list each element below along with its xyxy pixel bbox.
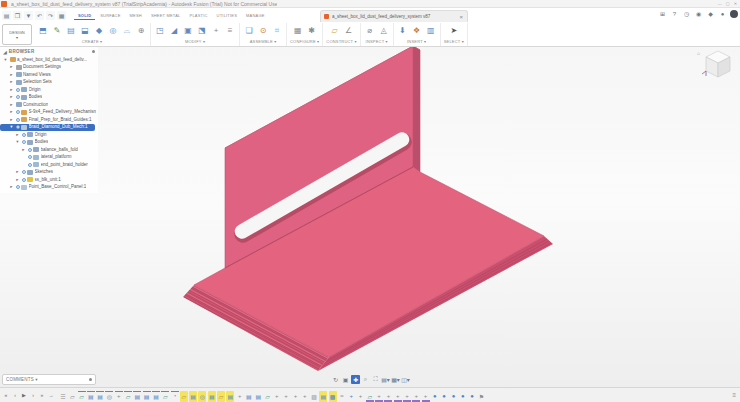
browser-tree-item[interactable]: ▸Named Views bbox=[0, 71, 98, 79]
expand-arrow-icon[interactable]: ▸ bbox=[9, 117, 14, 123]
tool-icon[interactable]: ⬇ bbox=[397, 25, 409, 37]
timeline-feature-icon[interactable]: ▤ bbox=[208, 391, 216, 402]
group-label[interactable]: MODIFY ▾ bbox=[185, 39, 205, 44]
job-status-icon[interactable]: ◷ bbox=[682, 9, 691, 18]
expand-arrow-icon[interactable]: ▸ bbox=[9, 64, 14, 70]
tool-icon[interactable]: ⌓ bbox=[121, 25, 133, 37]
browser-tree-item[interactable]: ▾Bodies bbox=[0, 139, 98, 147]
timeline-feature-icon[interactable]: + bbox=[403, 391, 411, 402]
data-panel-icon[interactable]: ▦ bbox=[57, 11, 66, 20]
tool-icon[interactable]: ▱ bbox=[329, 25, 341, 37]
expand-arrow-icon[interactable]: ▸ bbox=[9, 94, 14, 100]
viewports-icon[interactable]: ◫▾ bbox=[401, 375, 410, 384]
collapse-panel-icon[interactable]: ◢ bbox=[3, 49, 7, 55]
timeline-feature-icon[interactable]: + bbox=[422, 391, 430, 402]
window-control-maximize-icon[interactable]: ▢ bbox=[726, 0, 730, 7]
home-view-icon[interactable]: ⌂ bbox=[697, 50, 700, 56]
tab-mesh[interactable]: MESH bbox=[126, 11, 146, 20]
tool-icon[interactable]: ◢ bbox=[168, 25, 180, 37]
group-label[interactable]: CREATE ▾ bbox=[82, 39, 103, 44]
browser-tree-item[interactable]: ▸S-9x4_Feed_Delivery_Mechanism:1 bbox=[0, 109, 98, 117]
group-label[interactable]: CONFIGURE ▾ bbox=[290, 39, 319, 44]
browser-tree-item[interactable]: ▸Sketches bbox=[0, 169, 98, 177]
fit-icon[interactable]: ⛶ bbox=[371, 375, 380, 384]
timeline-feature-icon[interactable]: ▤ bbox=[143, 391, 151, 402]
visibility-eye-icon[interactable] bbox=[22, 140, 26, 144]
timeline-feature-icon[interactable]: ◎ bbox=[105, 391, 113, 402]
tool-icon[interactable]: ⬔ bbox=[196, 25, 208, 37]
browser-tree-item[interactable]: ▸Point_Base_Control_Panel:1 bbox=[0, 184, 98, 192]
user-avatar[interactable] bbox=[730, 10, 738, 18]
look-at-icon[interactable]: ▣ bbox=[341, 375, 350, 384]
timeline-feature-icon[interactable]: ▤ bbox=[96, 391, 104, 402]
document-tab[interactable]: a_sheet_box_lid_dust_feed_delivery_syste… bbox=[320, 10, 468, 22]
notifications-icon[interactable]: ◉ bbox=[694, 9, 703, 18]
orbit-icon[interactable]: ↻ bbox=[331, 375, 340, 384]
visibility-eye-icon[interactable] bbox=[22, 133, 26, 137]
file-menu-icon[interactable]: ▤ bbox=[2, 11, 11, 20]
timeline-feature-icon[interactable]: ▩ bbox=[329, 391, 337, 402]
tool-icon[interactable]: + bbox=[210, 25, 222, 37]
tool-icon[interactable]: ➤ bbox=[448, 25, 460, 37]
tab-surface[interactable]: SURFACE bbox=[96, 11, 124, 20]
timeline-feature-icon[interactable]: ▤ bbox=[319, 391, 327, 402]
tool-icon[interactable]: ◆ bbox=[93, 25, 105, 37]
pan-icon[interactable]: ✚ bbox=[351, 375, 360, 384]
browser-tree-item[interactable]: ▸ss_blk_unit:1 bbox=[0, 176, 98, 184]
tool-icon[interactable]: ▦ bbox=[292, 25, 304, 37]
timeline-feature-icon[interactable]: ● bbox=[449, 391, 457, 402]
timeline-feature-icon[interactable]: + bbox=[357, 391, 365, 402]
browser-tree-item[interactable]: ▸Selection Sets bbox=[0, 79, 98, 87]
timeline-feature-icon[interactable]: ▤ bbox=[152, 391, 160, 402]
visibility-eye-icon[interactable] bbox=[16, 118, 20, 122]
timeline-feature-icon[interactable]: ▱ bbox=[264, 391, 272, 402]
timeline-feature-icon[interactable]: ◔ bbox=[171, 391, 179, 402]
redo-icon[interactable]: ↷ bbox=[46, 11, 55, 20]
visibility-eye-icon[interactable] bbox=[16, 125, 20, 129]
timeline-feature-icon[interactable]: ≈ bbox=[338, 391, 346, 402]
viewport-canvas[interactable]: ◢ BROWSER ▾a_sheet_box_lid_dust_feed_del… bbox=[0, 47, 740, 387]
timeline-feature-icon[interactable]: ● bbox=[440, 391, 448, 402]
timeline-feature-icon[interactable]: ▱ bbox=[217, 391, 225, 402]
tool-icon[interactable]: ▣ bbox=[182, 25, 194, 37]
visibility-eye-icon[interactable] bbox=[22, 170, 26, 174]
timeline-feature-icon[interactable]: ▱ bbox=[180, 391, 188, 402]
tool-icon[interactable]: ⬒ bbox=[37, 25, 49, 37]
timeline-feature-icon[interactable]: + bbox=[282, 391, 290, 402]
expand-arrow-icon[interactable]: ▸ bbox=[9, 109, 14, 115]
help-icon[interactable]: ? bbox=[670, 9, 679, 18]
timeline-feature-icon[interactable]: ▨ bbox=[310, 391, 318, 402]
timeline-feature-icon[interactable]: ▱ bbox=[161, 391, 169, 402]
browser-header[interactable]: ◢ BROWSER bbox=[0, 47, 98, 56]
timeline-feature-icon[interactable]: ⚑ bbox=[477, 391, 485, 402]
timeline-feature-icon[interactable]: ▤ bbox=[254, 391, 262, 402]
browser-tree-item[interactable]: end_point_braid_holder bbox=[0, 161, 98, 169]
expand-arrow-icon[interactable]: ▸ bbox=[15, 177, 20, 183]
panel-handle-icon[interactable] bbox=[89, 378, 92, 381]
timeline-feature-icon[interactable]: ▤ bbox=[226, 391, 234, 402]
go-to-start-icon[interactable]: « bbox=[2, 391, 10, 400]
tool-icon[interactable]: ❖ bbox=[411, 25, 423, 37]
expand-arrow-icon[interactable]: ▸ bbox=[9, 184, 14, 190]
timeline-feature-icon[interactable]: + bbox=[273, 391, 281, 402]
timeline-feature-icon[interactable]: ▱ bbox=[366, 391, 374, 402]
expand-arrow-icon[interactable]: ▸ bbox=[9, 87, 14, 93]
expand-arrow-icon[interactable]: ▸ bbox=[9, 102, 14, 108]
timeline-feature-icon[interactable]: ▱ bbox=[68, 391, 76, 402]
timeline-feature-icon[interactable]: ▱ bbox=[78, 391, 86, 402]
tool-icon[interactable]: ▤ bbox=[65, 25, 77, 37]
timeline-feature-icon[interactable]: + bbox=[347, 391, 355, 402]
timeline-feature-icon[interactable]: ▤ bbox=[133, 391, 141, 402]
tool-icon[interactable]: ◎ bbox=[107, 25, 119, 37]
tool-icon[interactable]: ⊕ bbox=[135, 25, 147, 37]
step-forward-icon[interactable]: › bbox=[29, 391, 37, 400]
new-document-icon[interactable]: ❐ bbox=[13, 11, 22, 20]
timeline-feature-icon[interactable]: ● bbox=[431, 391, 439, 402]
tool-icon[interactable]: ⊙ bbox=[257, 25, 269, 37]
expand-arrow-icon[interactable]: ▸ bbox=[15, 132, 20, 138]
visibility-eye-icon[interactable] bbox=[28, 155, 32, 159]
browser-tree-item[interactable]: ▸Origin bbox=[0, 86, 98, 94]
tool-icon[interactable]: ✱ bbox=[306, 25, 318, 37]
browser-tree-item[interactable]: lateral_platform bbox=[0, 154, 98, 162]
timeline-feature-icon[interactable]: ▱ bbox=[124, 391, 132, 402]
